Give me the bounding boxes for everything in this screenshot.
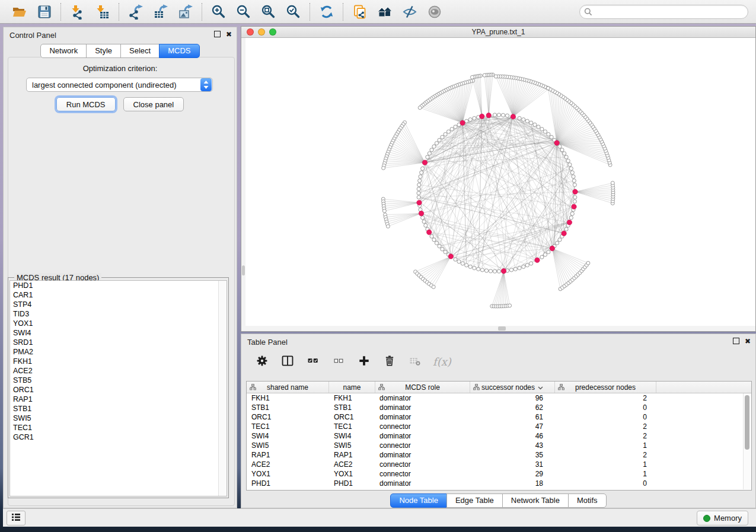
network-node[interactable] <box>568 163 572 166</box>
network-node[interactable] <box>461 262 464 265</box>
network-node[interactable] <box>566 159 570 162</box>
table-panel-float-button[interactable] <box>733 338 739 344</box>
network-node[interactable] <box>382 209 386 213</box>
tab-style[interactable]: Style <box>86 44 121 58</box>
network-node[interactable] <box>418 106 422 110</box>
network-node[interactable] <box>556 241 559 245</box>
network-node[interactable] <box>518 266 521 270</box>
mcds-result-item[interactable]: FKH1 <box>10 357 227 366</box>
network-node[interactable] <box>477 267 480 271</box>
network-node[interactable] <box>457 259 461 263</box>
mcds-hub-node[interactable] <box>554 140 559 145</box>
network-node[interactable] <box>570 212 574 216</box>
network-node[interactable] <box>558 145 562 148</box>
network-node[interactable] <box>432 145 436 148</box>
network-node[interactable] <box>509 268 513 272</box>
network-node[interactable] <box>421 166 425 170</box>
table-row[interactable]: ACE2ACE2connector311 <box>247 460 751 469</box>
criterion-dropdown[interactable]: largest connected component (undirected) <box>26 78 213 92</box>
network-node[interactable] <box>572 175 575 178</box>
mcds-hub-node[interactable] <box>573 190 578 194</box>
table-panel-close-button[interactable]: ✖ <box>745 338 751 344</box>
mcds-hub-node[interactable] <box>419 211 423 216</box>
table-row[interactable]: STB1STB1dominator620 <box>247 403 751 412</box>
network-node[interactable] <box>444 133 447 136</box>
refresh-layout-button[interactable] <box>318 3 336 21</box>
mcds-hub-node[interactable] <box>511 114 515 119</box>
zoom-in-button[interactable] <box>210 3 228 21</box>
network-node[interactable] <box>454 125 457 129</box>
mcds-hub-node[interactable] <box>417 200 422 205</box>
mcds-hub-node[interactable] <box>422 160 427 165</box>
network-node[interactable] <box>570 171 574 174</box>
network-node[interactable] <box>422 220 426 223</box>
network-node[interactable] <box>468 118 472 121</box>
mcds-result-item[interactable]: ACE2 <box>10 366 227 376</box>
network-canvas[interactable] <box>241 38 755 331</box>
network-graph[interactable] <box>241 38 755 331</box>
network-horizontal-scrollbar[interactable] <box>241 326 755 331</box>
network-node[interactable] <box>468 265 472 268</box>
network-node[interactable] <box>543 253 547 257</box>
mcds-result-item[interactable]: GCR1 <box>10 432 227 442</box>
network-node[interactable] <box>424 223 428 227</box>
mcds-hub-node[interactable] <box>535 258 540 262</box>
network-node[interactable] <box>473 117 476 120</box>
mcds-result-item[interactable]: PMA2 <box>10 347 227 357</box>
network-node[interactable] <box>525 264 529 267</box>
network-node[interactable] <box>497 113 500 117</box>
network-window-titlebar[interactable]: YPA_prune.txt_1 <box>241 27 755 38</box>
network-node[interactable] <box>494 75 497 78</box>
mcds-result-item[interactable]: PHD1 <box>10 281 227 290</box>
mcds-hub-node[interactable] <box>562 231 566 236</box>
plus-button[interactable] <box>356 354 372 369</box>
network-node[interactable] <box>522 118 525 121</box>
network-node[interactable] <box>540 255 544 259</box>
network-node[interactable] <box>435 142 438 145</box>
network-node[interactable] <box>432 285 435 289</box>
network-node[interactable] <box>417 191 420 195</box>
network-node[interactable] <box>518 117 521 120</box>
network-node[interactable] <box>426 155 429 159</box>
network-node[interactable] <box>537 125 540 129</box>
table-row[interactable]: SWI5SWI5connector431 <box>247 441 751 450</box>
mcds-result-item[interactable]: ORC1 <box>10 385 227 395</box>
network-node[interactable] <box>386 225 390 228</box>
table-vertical-scrollbar[interactable] <box>743 393 751 489</box>
export-table-button[interactable] <box>152 3 170 21</box>
network-node[interactable] <box>435 241 438 245</box>
column-header-shared-name[interactable]: shared name <box>247 382 329 393</box>
network-node[interactable] <box>529 262 533 265</box>
network-node[interactable] <box>525 119 529 123</box>
table-x-button[interactable] <box>407 354 423 369</box>
column-header-name[interactable]: name <box>329 382 375 393</box>
network-node[interactable] <box>493 113 496 117</box>
check-two-button[interactable] <box>305 354 321 369</box>
network-node[interactable] <box>529 121 533 124</box>
table-row[interactable]: TEC1TEC1connector472 <box>247 422 751 431</box>
network-node[interactable] <box>564 155 568 159</box>
network-node[interactable] <box>543 130 547 133</box>
network-node[interactable] <box>573 196 577 199</box>
network-node[interactable] <box>550 135 553 139</box>
network-node[interactable] <box>501 113 505 117</box>
search-input[interactable] <box>579 5 748 19</box>
network-node[interactable] <box>533 123 537 126</box>
duplicate-network-button[interactable] <box>351 3 369 21</box>
save-session-button[interactable] <box>36 3 53 21</box>
tab-mcds[interactable]: MCDS <box>159 44 199 58</box>
columns-button[interactable] <box>280 354 295 369</box>
network-node[interactable] <box>547 133 550 136</box>
network-vertical-scrollbar[interactable] <box>241 38 245 326</box>
mcds-hub-node[interactable] <box>486 113 491 118</box>
mcds-result-item[interactable]: YOX1 <box>10 319 227 328</box>
table-row[interactable]: YOX1YOX1connector291 <box>247 469 751 479</box>
column-header-successor-nodes[interactable]: successor nodes <box>470 382 555 393</box>
zoom-out-button[interactable] <box>235 3 253 21</box>
network-node[interactable] <box>428 152 431 155</box>
network-node[interactable] <box>493 270 496 273</box>
mcds-hub-node[interactable] <box>567 220 572 225</box>
network-node[interactable] <box>547 250 550 254</box>
zoom-selected-button[interactable] <box>285 3 302 21</box>
mcds-result-item[interactable]: CAR1 <box>10 290 227 300</box>
